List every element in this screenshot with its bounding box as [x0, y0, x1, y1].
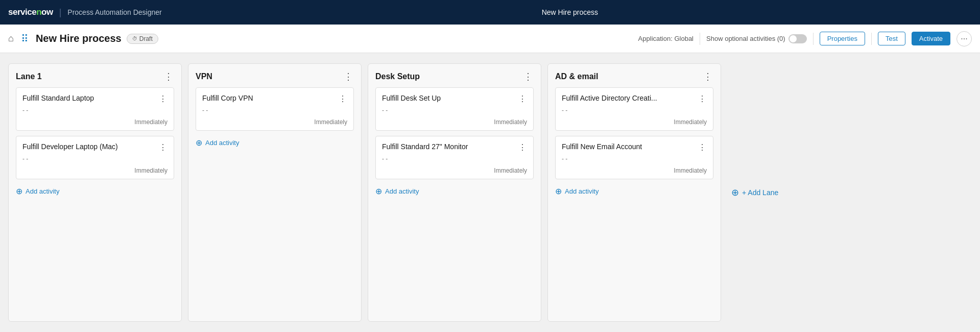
- process-canvas: Lane 1⋮Fulfill Standard Laptop⋮- -Immedi…: [0, 53, 980, 332]
- card-timing-card-corp-vpn: Immediately: [314, 118, 347, 126]
- lane-menu-lane1[interactable]: ⋮: [164, 71, 174, 82]
- lane-menu-ad-email[interactable]: ⋮: [703, 71, 713, 82]
- grid-icon: ⠿: [21, 33, 29, 45]
- card-sub-card-desk-setup: - -: [382, 107, 527, 114]
- card-timing-card-new-email: Immediately: [674, 167, 707, 174]
- add-activity-lane1[interactable]: ⊕Add activity: [16, 184, 174, 198]
- card-title-card-ad-creation: Fulfill Active Directory Creati...: [562, 94, 698, 102]
- activity-card-card-ad-creation[interactable]: Fulfill Active Directory Creati...⋮- -Im…: [555, 87, 713, 131]
- card-title-card-corp-vpn: Fulfill Corp VPN: [202, 94, 339, 102]
- properties-button[interactable]: Properties: [820, 32, 865, 45]
- add-activity-vpn[interactable]: ⊕Add activity: [196, 136, 354, 150]
- more-options-button[interactable]: ···: [957, 31, 972, 46]
- lane-header-vpn: VPN⋮: [188, 64, 361, 87]
- card-footer-card-standard-laptop: Immediately: [22, 117, 168, 126]
- optional-activities-toggle[interactable]: Show optional activities (0): [706, 34, 807, 43]
- card-header-card-standard-laptop: Fulfill Standard Laptop⋮: [22, 94, 168, 104]
- sub-navigation: ⌂ ⠿ New Hire process ⏱ Draft Application…: [0, 25, 980, 53]
- lane-body-lane1: Fulfill Standard Laptop⋮- -ImmediatelyFu…: [9, 87, 181, 321]
- card-footer-card-ad-creation: Immediately: [562, 117, 707, 126]
- card-sub-card-ad-creation: - -: [562, 107, 707, 114]
- card-title-card-developer-laptop: Fulfill Developer Laptop (Mac): [22, 143, 159, 151]
- home-icon[interactable]: ⌂: [8, 33, 14, 44]
- card-title-card-desk-setup: Fulfill Desk Set Up: [382, 94, 518, 102]
- card-header-card-27-monitor: Fulfill Standard 27" Monitor⋮: [382, 143, 527, 152]
- optional-activities-label: Show optional activities (0): [706, 35, 785, 42]
- draft-badge: ⏱ Draft: [127, 34, 158, 44]
- card-timing-card-27-monitor: Immediately: [494, 167, 527, 174]
- activity-card-card-new-email[interactable]: Fulfill New Email Account⋮- -Immediately: [555, 136, 713, 179]
- card-footer-card-27-monitor: Immediately: [382, 165, 527, 175]
- lane-ad-email: AD & email⋮Fulfill Active Directory Crea…: [547, 63, 721, 322]
- sub-nav-actions: Application: Global Show optional activi…: [638, 31, 972, 46]
- card-header-card-new-email: Fulfill New Email Account⋮: [562, 143, 707, 152]
- activity-card-card-standard-laptop[interactable]: Fulfill Standard Laptop⋮- -Immediately: [16, 87, 174, 131]
- card-menu-card-27-monitor[interactable]: ⋮: [518, 143, 527, 152]
- lane-title-lane1: Lane 1: [16, 72, 42, 81]
- add-activity-desk-setup[interactable]: ⊕Add activity: [375, 184, 534, 198]
- logo: servicenow | Process Automation Designer: [8, 7, 162, 18]
- lane-menu-vpn[interactable]: ⋮: [344, 71, 354, 82]
- activity-card-card-desk-setup[interactable]: Fulfill Desk Set Up⋮- -Immediately: [375, 87, 534, 131]
- logo-highlight: n: [36, 7, 41, 17]
- nav-page-title: New Hire process: [168, 8, 972, 16]
- optional-activities-switch[interactable]: [788, 34, 807, 43]
- card-menu-card-standard-laptop[interactable]: ⋮: [159, 94, 168, 104]
- card-sub-card-standard-laptop: - -: [22, 107, 168, 114]
- separator2: [813, 33, 814, 45]
- activity-card-card-27-monitor[interactable]: Fulfill Standard 27" Monitor⋮- -Immediat…: [375, 136, 534, 179]
- draft-icon: ⏱: [132, 36, 137, 41]
- card-timing-card-desk-setup: Immediately: [494, 118, 527, 126]
- card-header-card-desk-setup: Fulfill Desk Set Up⋮: [382, 94, 527, 104]
- add-activity-label-ad-email: Add activity: [565, 187, 599, 195]
- add-activity-plus-vpn: ⊕: [196, 138, 202, 148]
- card-title-card-standard-laptop: Fulfill Standard Laptop: [22, 94, 159, 102]
- card-sub-card-corp-vpn: - -: [202, 107, 347, 114]
- lane-body-vpn: Fulfill Corp VPN⋮- -Immediately⊕Add acti…: [188, 87, 361, 321]
- test-button[interactable]: Test: [878, 32, 905, 45]
- lane-header-desk-setup: Desk Setup⋮: [368, 64, 541, 87]
- activity-card-card-corp-vpn[interactable]: Fulfill Corp VPN⋮- -Immediately: [196, 87, 354, 131]
- card-header-card-ad-creation: Fulfill Active Directory Creati...⋮: [562, 94, 707, 104]
- lane-lane1: Lane 1⋮Fulfill Standard Laptop⋮- -Immedi…: [8, 63, 182, 322]
- app-name-label: Process Automation Designer: [67, 8, 161, 16]
- card-footer-card-developer-laptop: Immediately: [22, 165, 168, 175]
- separator: [700, 33, 700, 45]
- card-title-card-27-monitor: Fulfill Standard 27" Monitor: [382, 143, 518, 151]
- add-activity-label-lane1: Add activity: [26, 187, 59, 195]
- separator3: [871, 33, 872, 45]
- card-menu-card-developer-laptop[interactable]: ⋮: [159, 143, 168, 152]
- card-menu-card-corp-vpn[interactable]: ⋮: [339, 94, 347, 104]
- lane-vpn: VPN⋮Fulfill Corp VPN⋮- -Immediately⊕Add …: [188, 63, 362, 322]
- lane-title-ad-email: AD & email: [555, 72, 598, 81]
- nav-separator: |: [59, 7, 62, 18]
- draft-label: Draft: [139, 35, 153, 42]
- add-activity-label-desk-setup: Add activity: [385, 187, 419, 195]
- activate-button[interactable]: Activate: [912, 32, 950, 45]
- add-activity-label-vpn: Add activity: [205, 139, 239, 147]
- top-navigation: servicenow | Process Automation Designer…: [0, 0, 980, 25]
- add-lane-button[interactable]: ⊕+ Add Lane: [727, 63, 782, 322]
- card-timing-card-ad-creation: Immediately: [674, 118, 707, 126]
- card-menu-card-new-email[interactable]: ⋮: [698, 143, 707, 152]
- card-sub-card-27-monitor: - -: [382, 155, 527, 162]
- lane-title-vpn: VPN: [196, 72, 212, 81]
- lane-desk-setup: Desk Setup⋮Fulfill Desk Set Up⋮- -Immedi…: [368, 63, 541, 322]
- activity-card-card-developer-laptop[interactable]: Fulfill Developer Laptop (Mac)⋮- -Immedi…: [16, 136, 174, 179]
- add-activity-plus-ad-email: ⊕: [555, 186, 562, 196]
- lane-header-ad-email: AD & email⋮: [548, 64, 721, 87]
- card-timing-card-developer-laptop: Immediately: [134, 167, 168, 174]
- add-lane-plus-icon: ⊕: [731, 187, 739, 198]
- add-lane-label: + Add Lane: [742, 188, 778, 197]
- card-menu-card-desk-setup[interactable]: ⋮: [518, 94, 527, 104]
- add-activity-plus-desk-setup: ⊕: [375, 186, 382, 196]
- card-menu-card-ad-creation[interactable]: ⋮: [698, 94, 707, 104]
- card-sub-card-developer-laptop: - -: [22, 155, 168, 162]
- card-footer-card-desk-setup: Immediately: [382, 117, 527, 126]
- page-title: New Hire process: [36, 33, 122, 44]
- card-timing-card-standard-laptop: Immediately: [134, 118, 168, 126]
- card-title-card-new-email: Fulfill New Email Account: [562, 143, 698, 151]
- lane-menu-desk-setup[interactable]: ⋮: [523, 71, 534, 82]
- add-activity-plus-lane1: ⊕: [16, 186, 22, 196]
- add-activity-ad-email[interactable]: ⊕Add activity: [555, 184, 713, 198]
